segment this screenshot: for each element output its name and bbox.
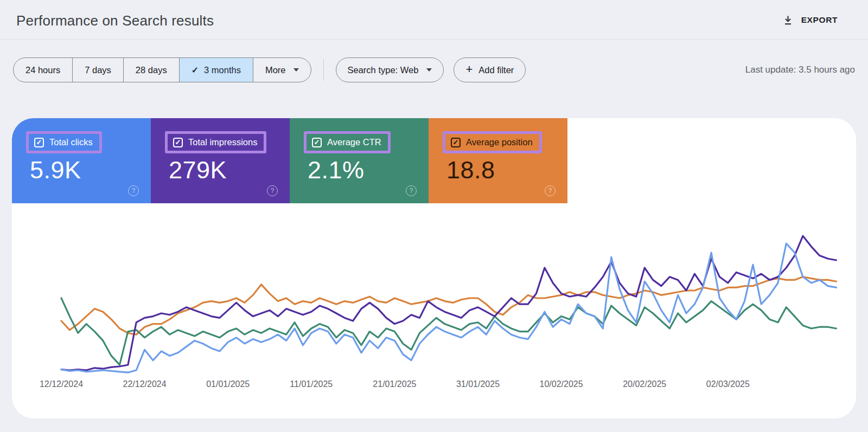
x-axis-label: 21/01/2025 bbox=[373, 379, 416, 389]
date-range-7-days[interactable]: 7 days bbox=[72, 58, 123, 82]
search-type-label: Search type: Web bbox=[348, 65, 419, 75]
line-total-impressions bbox=[61, 236, 837, 370]
add-filter-button[interactable]: + Add filter bbox=[454, 57, 526, 82]
date-range-label: 28 days bbox=[136, 65, 167, 75]
date-range-more[interactable]: More bbox=[253, 58, 311, 82]
chevron-down-icon bbox=[426, 68, 432, 72]
filter-toolbar: 24 hours7 days28 days✓3 monthsMore Searc… bbox=[13, 57, 855, 82]
check-icon: ✓ bbox=[192, 65, 199, 75]
search-type-filter[interactable]: Search type: Web bbox=[336, 57, 444, 82]
page-header: Performance on Search results EXPORT bbox=[0, 0, 868, 40]
x-axis-label: 01/01/2025 bbox=[206, 379, 250, 389]
x-axis-label: 02/03/2025 bbox=[706, 379, 750, 389]
download-icon bbox=[783, 15, 793, 25]
page-title: Performance on Search results bbox=[16, 12, 214, 29]
performance-panel: ✓Total clicks5.9K?✓Total impressions279K… bbox=[12, 118, 856, 418]
date-range-3-months[interactable]: ✓3 months bbox=[179, 58, 253, 82]
performance-chart[interactable] bbox=[12, 118, 856, 418]
x-axis-label: 31/01/2025 bbox=[456, 379, 500, 389]
export-button[interactable]: EXPORT bbox=[783, 12, 838, 28]
toolbar-divider bbox=[323, 59, 324, 81]
x-axis-label: 12/12/2024 bbox=[40, 379, 83, 389]
date-range-label: 24 hours bbox=[25, 65, 60, 75]
plus-icon: + bbox=[465, 63, 473, 75]
line-average-ctr bbox=[61, 298, 837, 365]
chevron-down-icon bbox=[293, 68, 299, 72]
date-range-group: 24 hours7 days28 days✓3 monthsMore bbox=[13, 57, 311, 82]
x-axis-label: 11/01/2025 bbox=[290, 379, 333, 389]
date-range-label: More bbox=[265, 65, 286, 75]
export-label: EXPORT bbox=[801, 15, 838, 25]
date-range-24-hours[interactable]: 24 hours bbox=[14, 58, 72, 82]
date-range-28-days[interactable]: 28 days bbox=[123, 58, 179, 82]
x-axis-label: 22/12/2024 bbox=[123, 379, 167, 389]
date-range-label: 7 days bbox=[85, 65, 111, 75]
x-axis-label: 10/02/2025 bbox=[540, 379, 583, 389]
add-filter-label: Add filter bbox=[478, 65, 514, 75]
date-range-label: 3 months bbox=[204, 65, 241, 75]
x-axis-label: 20/02/2025 bbox=[623, 379, 666, 389]
last-update-text: Last update: 3.5 hours ago bbox=[745, 65, 855, 75]
